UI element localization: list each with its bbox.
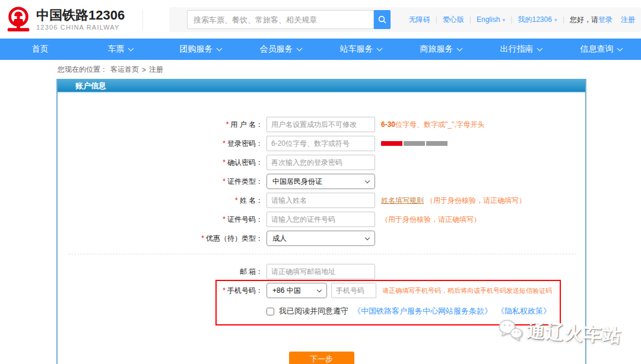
chevron-down-icon: [376, 45, 382, 51]
id-number-input[interactable]: [266, 212, 375, 227]
required-mark: *: [223, 139, 226, 148]
strength-segment: [381, 141, 402, 146]
site-title: 中国铁路12306: [36, 8, 125, 23]
id-type-label: 证件类型：: [227, 177, 263, 186]
username-hint: 6-30位字母、数字或"_",字母开头: [381, 120, 485, 130]
register-link[interactable]: 注册: [621, 15, 635, 25]
password-row: *登录密码：: [58, 136, 585, 151]
nav-travel-guide[interactable]: 出行指南: [481, 39, 561, 60]
required-mark: *: [201, 234, 204, 242]
strength-segment: [404, 141, 425, 146]
search-button[interactable]: [374, 10, 391, 29]
username-label: 用 户 名：: [230, 120, 263, 129]
nav-business-travel[interactable]: 商旅服务: [401, 39, 481, 60]
header-band: 无障碍 | 爱心版 | English ▾ | 我的12306 ▾ | 您好，请…: [169, 7, 641, 32]
terms-link[interactable]: 《中国铁路客户服务中心网站服务条款》: [353, 306, 492, 317]
name-hint: （用于身份核验，请正确填写）: [426, 196, 526, 206]
panel-title: 账户信息: [58, 79, 585, 93]
id-type-select[interactable]: 中国居民身份证: [266, 174, 375, 189]
china-railway-logo-icon: [5, 5, 32, 33]
name-row: *姓 名： 姓名填写规则 （用于身份核验，请正确填写）: [58, 193, 585, 208]
main-nav: 首页 车票 团购服务 会员服务 站车服务 商旅服务 出行指南 信息查询: [0, 39, 641, 60]
breadcrumb-separator: >: [142, 66, 146, 74]
id-number-hint: （用于身份核验，请正确填写）: [381, 215, 481, 225]
country-code-select[interactable]: +86 中国: [266, 283, 327, 298]
chevron-down-icon: [456, 45, 462, 51]
login-link[interactable]: 登录: [598, 15, 613, 25]
discount-type-row: *优惠（待）类型： 成人: [58, 231, 585, 246]
discount-type-label: 优惠（待）类型：: [206, 234, 263, 242]
discount-type-select[interactable]: 成人: [266, 231, 375, 246]
username-row: *用 户 名： 6-30位字母、数字或"_",字母开头: [58, 117, 585, 132]
name-input[interactable]: [266, 193, 375, 208]
privacy-link[interactable]: 《隐私权政策》: [497, 306, 551, 317]
strength-segment: [426, 141, 448, 146]
english-dropdown-icon[interactable]: ▾: [502, 17, 505, 23]
chevron-down-icon: [365, 235, 370, 240]
header-divider: [142, 9, 143, 30]
agreement-row: 我已阅读并同意遵守 《中国铁路客户服务中心网站服务条款》 《隐私权政策》: [58, 304, 585, 319]
logo[interactable]: 中国铁路12306 12306 CHINA RAILWAY: [5, 5, 125, 33]
password-strength-meter: [381, 141, 448, 146]
confirm-password-input[interactable]: [266, 155, 375, 170]
nav-group-services[interactable]: 团购服务: [160, 39, 240, 60]
page-header: 中国铁路12306 12306 CHINA RAILWAY 无障碍 | 爱心版 …: [0, 0, 641, 39]
id-type-row: *证件类型： 中国居民身份证: [58, 174, 585, 189]
password-input[interactable]: [266, 136, 375, 151]
breadcrumb: 您现在的位置： 客运首页 > 注册: [58, 65, 163, 75]
nav-home[interactable]: 首页: [0, 39, 80, 60]
required-mark: *: [223, 286, 226, 295]
confirm-password-label: 确认密码：: [227, 158, 263, 167]
search-input[interactable]: [187, 10, 374, 29]
account-info-panel: 账户信息 *用 户 名： 6-30位字母、数字或"_",字母开头 *登录密码： …: [56, 79, 586, 364]
chevron-down-icon: [216, 45, 222, 51]
id-number-label: 证件号码：: [227, 215, 263, 223]
submit-row: 下一步: [58, 352, 585, 364]
name-label: 姓 名：: [240, 196, 263, 205]
next-step-button[interactable]: 下一步: [289, 352, 354, 364]
agreement-checkbox[interactable]: [266, 308, 274, 315]
site-subtitle: 12306 CHINA RAILWAY: [36, 24, 125, 31]
agreement-label: 我已阅读并同意遵守: [279, 306, 348, 317]
required-mark: *: [235, 196, 238, 205]
phone-hint: 请正确填写手机号码，稍后将向该手机号码发送短信验证码: [382, 286, 552, 295]
greeting-text: 您好，请: [570, 15, 598, 25]
search-icon: [377, 15, 387, 24]
my12306-dropdown-icon[interactable]: ▾: [554, 17, 557, 23]
nav-member-services[interactable]: 会员服务: [240, 39, 320, 60]
email-row: 邮 箱：: [58, 264, 585, 279]
required-mark: *: [223, 215, 226, 223]
link-english[interactable]: English: [477, 15, 500, 24]
chevron-down-icon: [128, 45, 134, 51]
phone-input[interactable]: [331, 283, 376, 298]
required-mark: *: [226, 120, 229, 129]
top-links: 无障碍 | 爱心版 | English ▾ | 我的12306 ▾ | 您好，请…: [409, 7, 635, 32]
breadcrumb-current: 注册: [149, 65, 163, 75]
link-accessibility[interactable]: 无障碍: [409, 15, 430, 25]
email-label: 邮 箱：: [240, 267, 263, 276]
phone-label: 手机号码：: [227, 286, 263, 295]
nav-info-query[interactable]: 信息查询: [561, 39, 641, 60]
chevron-down-icon: [537, 45, 542, 51]
id-number-row: *证件号码： （用于身份核验，请正确填写）: [58, 212, 585, 227]
chevron-down-icon: [365, 178, 370, 183]
section-divider: [68, 254, 576, 254]
phone-row: *手机号码： +86 中国 请正确填写手机号码，稍后将向该手机号码发送短信验证码: [58, 283, 585, 298]
username-input[interactable]: [266, 117, 375, 132]
nav-station-services[interactable]: 站车服务: [320, 39, 401, 60]
chevron-down-icon: [296, 45, 302, 51]
breadcrumb-prefix: 您现在的位置：: [58, 65, 107, 75]
required-mark: *: [223, 177, 226, 186]
chevron-down-icon: [317, 287, 322, 292]
confirm-password-row: *确认密码：: [58, 155, 585, 170]
email-input[interactable]: [266, 264, 375, 279]
password-label: 登录密码：: [227, 139, 263, 148]
chevron-down-icon: [617, 45, 623, 51]
link-my12306[interactable]: 我的12306: [518, 15, 551, 25]
nav-tickets[interactable]: 车票: [80, 39, 160, 60]
name-rule-link[interactable]: 姓名填写规则: [381, 196, 424, 206]
link-care-version[interactable]: 爱心版: [443, 15, 464, 25]
required-mark: *: [223, 158, 226, 167]
breadcrumb-home[interactable]: 客运首页: [110, 65, 139, 75]
